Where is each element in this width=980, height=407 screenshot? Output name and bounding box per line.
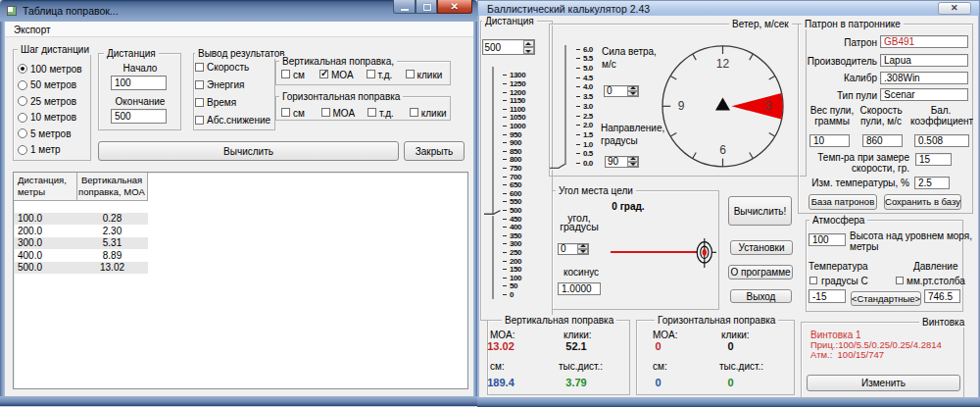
radio-step-25m-label[interactable]: 25 метров xyxy=(30,96,76,108)
table-header-distance[interactable]: Дистанция,метры xyxy=(14,173,77,201)
save-to-base-button[interactable]: Сохранить в базу xyxy=(884,194,961,210)
rifle-change-button[interactable]: Изменить xyxy=(807,375,960,391)
checkbox-speed-label[interactable]: Скорость xyxy=(207,62,249,74)
checkbox-vert-moa[interactable] xyxy=(319,70,328,78)
checkbox-energy[interactable] xyxy=(195,80,204,89)
angle-spinner[interactable]: 0 xyxy=(558,243,589,256)
checkbox-horiz-td[interactable] xyxy=(368,108,376,117)
spin-down-icon[interactable] xyxy=(577,249,588,254)
radio-step-25m[interactable] xyxy=(18,96,27,106)
checkbox-horiz-moa[interactable] xyxy=(321,108,330,117)
tick-label: 2.5 xyxy=(583,112,593,121)
wind-force-value[interactable]: 0 xyxy=(605,86,627,97)
checkbox-energy-label[interactable]: Энергия xyxy=(207,79,244,91)
celsius-checkbox[interactable] xyxy=(809,277,817,284)
vertical-corr-group-label: Вертикальная поправка, xyxy=(279,56,397,67)
radio-step-5m[interactable] xyxy=(18,128,27,138)
checkbox-horiz-clicks[interactable] xyxy=(410,108,418,117)
wind-force-spinner[interactable]: 0 xyxy=(604,85,639,98)
wind-direction-clock[interactable]: 12 3 6 9 xyxy=(660,43,787,171)
close-table-button[interactable]: Закрыть xyxy=(404,141,465,161)
checkbox-absdrop-label[interactable]: Абс.снижение xyxy=(207,115,270,127)
checkbox-vert-cm-label[interactable]: см xyxy=(293,70,305,81)
calculate-button[interactable]: Вычислить xyxy=(98,141,399,161)
temp-change-field[interactable]: 2.5 xyxy=(914,177,950,189)
wind-direction-spinner[interactable]: 90 xyxy=(605,156,639,169)
bullet-weight-field[interactable]: 10 xyxy=(809,134,850,147)
table-row[interactable]: 200.0 2.30 xyxy=(14,225,148,237)
radio-step-10m[interactable] xyxy=(18,113,27,123)
radio-step-100m[interactable] xyxy=(18,64,27,74)
checkbox-vert-clicks-label[interactable]: клики xyxy=(417,70,443,81)
mmhg-checkbox-label[interactable]: мм.рт.столба xyxy=(906,276,965,287)
measure-temp-field[interactable]: 15 xyxy=(915,153,952,166)
ballistic-coef-label: Бал.коэффициент xyxy=(910,105,971,127)
wind-direction-value[interactable]: 90 xyxy=(606,157,627,168)
radio-step-50m[interactable] xyxy=(18,80,27,90)
horiz-mil-value: 0 xyxy=(718,377,743,388)
menu-item-export[interactable]: Экспорт xyxy=(14,25,51,36)
manufacturer-field[interactable]: Lapua xyxy=(880,54,968,67)
calc-about-button[interactable]: О программе xyxy=(728,265,793,280)
calc-settings-button[interactable]: Установки xyxy=(730,240,793,255)
table-header-correction[interactable]: Вертикальнаяпоправка, MOA xyxy=(77,173,148,201)
checkbox-time[interactable] xyxy=(195,98,204,107)
checkbox-vert-cm[interactable] xyxy=(281,70,290,78)
cosine-field[interactable]: 1.0000 xyxy=(558,282,601,295)
altitude-field[interactable]: 100 xyxy=(808,233,846,246)
radio-step-100m-label[interactable]: 100 метров xyxy=(30,64,82,76)
wind-slider-track[interactable] xyxy=(564,45,566,165)
start-input[interactable]: 100 xyxy=(111,76,167,90)
checkbox-vert-td-label[interactable]: т.д. xyxy=(378,70,393,81)
bullet-speed-field[interactable]: 860 xyxy=(862,134,903,147)
checkbox-time-label[interactable]: Время xyxy=(207,97,236,109)
radio-step-5m-label[interactable]: 5 метров xyxy=(30,128,71,140)
radio-step-1m-label[interactable]: 1 метр xyxy=(30,144,61,156)
close-button[interactable]: ✕ xyxy=(437,0,473,14)
checkbox-horiz-moa-label[interactable]: MOA xyxy=(333,108,356,120)
table-row[interactable]: 300.0 5.31 xyxy=(14,237,148,250)
maximize-button[interactable] xyxy=(416,0,437,14)
cartridge-base-button[interactable]: База патронов xyxy=(808,194,877,210)
standard-button[interactable]: <Стандартные> xyxy=(851,291,921,306)
checkbox-horiz-cm-label[interactable]: см xyxy=(293,108,305,120)
checkbox-vert-td[interactable] xyxy=(367,70,375,78)
table-row[interactable]: 100.0 0.28 xyxy=(14,213,148,226)
table-row[interactable]: 400.0 8.89 xyxy=(14,249,148,262)
tick-label: 4.5 xyxy=(583,74,593,82)
checkbox-vert-moa-label[interactable]: MOA xyxy=(331,70,354,81)
distance-slider-track[interactable] xyxy=(492,67,494,299)
radio-step-10m-label[interactable]: 10 метров xyxy=(30,112,76,124)
cartridge-field[interactable]: GB491 xyxy=(880,35,968,48)
checkbox-horiz-td-label[interactable]: т.д. xyxy=(379,108,394,120)
ballistic-coef-field[interactable]: 0.508 xyxy=(914,134,969,147)
table-row[interactable]: 500.0 13.02 xyxy=(14,262,148,275)
temperature-field[interactable]: -15 xyxy=(808,289,846,303)
caliber-field[interactable]: .308Win xyxy=(880,72,968,84)
checkbox-horiz-clicks-label[interactable]: клики xyxy=(421,108,447,120)
end-input[interactable]: 500 xyxy=(111,109,167,124)
checkbox-vert-clicks[interactable] xyxy=(406,70,415,78)
pressure-field[interactable]: 746.5 xyxy=(924,289,960,303)
checkbox-speed[interactable] xyxy=(195,63,204,72)
calc-close-button[interactable]: ✕ xyxy=(938,2,972,15)
wind-force-label-line1: Сила ветра, xyxy=(602,46,657,57)
calc-exit-button[interactable]: Выход xyxy=(730,289,792,303)
angle-value[interactable]: 0 xyxy=(559,244,577,255)
spin-down-icon[interactable] xyxy=(627,91,638,96)
radio-step-50m-label[interactable]: 50 метров xyxy=(30,79,76,91)
mmhg-checkbox[interactable] xyxy=(896,277,904,284)
spin-down-icon[interactable] xyxy=(627,162,638,167)
radio-step-1m[interactable] xyxy=(18,145,27,155)
distance-slider-thumb[interactable] xyxy=(483,206,505,218)
results-table[interactable]: Дистанция,метры Вертикальнаяпоправка, MO… xyxy=(13,172,468,389)
cartridge-label: Патрон xyxy=(778,37,877,49)
tick-dash xyxy=(503,159,507,160)
celsius-checkbox-label[interactable]: градусы С xyxy=(821,276,868,287)
wind-slider-thumb[interactable] xyxy=(549,159,570,171)
checkbox-absdrop[interactable] xyxy=(195,116,204,125)
minimize-button[interactable] xyxy=(393,0,416,14)
bullet-type-field[interactable]: Scenar xyxy=(880,88,968,101)
checkbox-horiz-cm[interactable] xyxy=(281,108,290,117)
calc-calculate-button[interactable]: Вычислить! xyxy=(728,196,792,226)
